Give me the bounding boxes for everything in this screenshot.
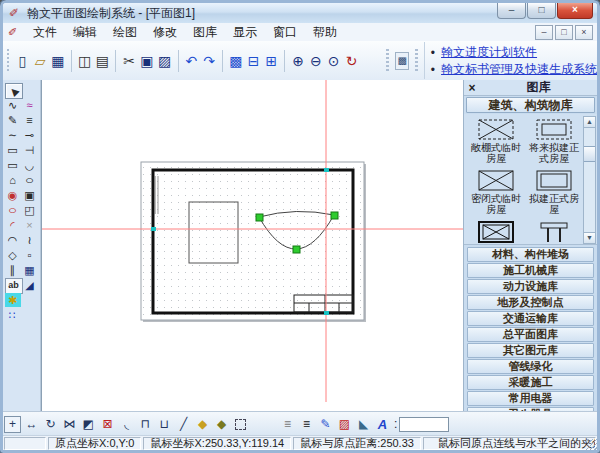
menu-modify[interactable]: 修改 bbox=[145, 23, 185, 42]
text-style-button[interactable]: A bbox=[374, 416, 391, 433]
category-terrain-control[interactable]: 地形及控制点 bbox=[467, 295, 594, 310]
move-button[interactable]: + bbox=[4, 416, 21, 433]
node-mark-button[interactable]: ⊠ bbox=[99, 416, 116, 433]
close-button[interactable]: × bbox=[557, 3, 593, 19]
red-arc-tool[interactable]: ◜ bbox=[5, 218, 21, 232]
category-site-plan[interactable]: 总平面图库 bbox=[467, 327, 594, 342]
category-other-elements[interactable]: 其它图元库 bbox=[467, 343, 594, 358]
gallery-scrollbar[interactable]: ▲ ▼ bbox=[583, 116, 596, 244]
category-construction-machinery[interactable]: 施工机械库 bbox=[467, 263, 594, 278]
parallel-tool[interactable]: ∥ bbox=[5, 263, 21, 277]
undo-button[interactable]: ↶ bbox=[183, 51, 199, 71]
frame-tool[interactable]: ▣ bbox=[22, 188, 38, 202]
rectangle-tool[interactable]: ▭ bbox=[5, 143, 21, 157]
red-ellipse-tool[interactable]: ○ bbox=[5, 203, 21, 217]
menu-library[interactable]: 图库 bbox=[185, 23, 225, 42]
category-transport[interactable]: 交通运输库 bbox=[467, 311, 594, 326]
print-button[interactable]: ▤ bbox=[94, 51, 110, 71]
pentagon-tool[interactable]: ⌂ bbox=[5, 173, 21, 187]
redo-button[interactable]: ↷ bbox=[201, 51, 217, 71]
circle-tool[interactable]: ◉ bbox=[5, 188, 21, 202]
maximize-button[interactable]: □ bbox=[527, 3, 556, 19]
menu-file[interactable]: 文件 bbox=[25, 23, 65, 42]
drawing-sheet[interactable] bbox=[141, 162, 364, 320]
category-heating[interactable]: 采暖施工 bbox=[467, 375, 594, 390]
gallery-item[interactable]: 密闭式临时房屋 bbox=[467, 165, 525, 216]
color-grid-tool[interactable]: ∷ bbox=[5, 308, 21, 322]
category-appliances[interactable]: 常用电器 bbox=[467, 391, 594, 406]
polygon-tool[interactable]: ◇ bbox=[5, 248, 21, 262]
mdi-close-button[interactable]: × bbox=[575, 25, 593, 40]
erase-tool[interactable]: × bbox=[22, 218, 38, 232]
mdi-minimize-button[interactable]: – bbox=[535, 25, 553, 40]
save-button[interactable]: ▦ bbox=[50, 51, 66, 71]
category-power-facilities[interactable]: 动力设施库 bbox=[467, 279, 594, 294]
mdi-restore-button[interactable]: □ bbox=[555, 25, 573, 40]
paste-button[interactable]: ▨ bbox=[157, 51, 173, 71]
menu-edit[interactable]: 编辑 bbox=[65, 23, 105, 42]
vertex-handle[interactable] bbox=[293, 246, 300, 253]
library-section-buildings[interactable]: 建筑、构筑物库 bbox=[466, 97, 595, 113]
category-pipeline-greening[interactable]: 管线绿化 bbox=[467, 359, 594, 374]
chamfer-button[interactable]: ⊓ bbox=[137, 416, 154, 433]
scroll-up-icon[interactable]: ▲ bbox=[584, 117, 595, 128]
sine-tool[interactable]: ∼ bbox=[5, 128, 21, 142]
link-bid-software[interactable]: 翰文标书管理及快速生成系统 bbox=[441, 61, 597, 78]
toolbar-grip[interactable] bbox=[415, 49, 417, 73]
spline-tool[interactable]: ≈ bbox=[22, 98, 38, 112]
menu-display[interactable]: 显示 bbox=[225, 23, 265, 42]
fill-pattern-button[interactable]: ▨ bbox=[336, 416, 353, 433]
zoom-in-button[interactable]: ⊕ bbox=[290, 51, 306, 71]
pencil-tool[interactable]: ✎ bbox=[5, 113, 21, 127]
menu-window[interactable]: 窗口 bbox=[265, 23, 305, 42]
line-width-button[interactable]: ≡ bbox=[298, 416, 315, 433]
cut-button[interactable]: ✂ bbox=[121, 51, 137, 71]
block-tool[interactable]: ◰ bbox=[22, 203, 38, 217]
fillet-button[interactable]: ◟ bbox=[118, 416, 135, 433]
viewport-tool[interactable]: ▫ bbox=[22, 248, 38, 262]
mirror-button[interactable]: ⋈ bbox=[61, 416, 78, 433]
minimize-button[interactable]: – bbox=[497, 3, 526, 19]
zoom-out-button[interactable]: ⊖ bbox=[308, 51, 324, 71]
vertex-handle[interactable] bbox=[256, 214, 263, 221]
polyline-tool[interactable]: ∿ bbox=[5, 98, 21, 112]
node-line-tool[interactable]: ⊸ bbox=[22, 128, 38, 142]
toolbar-grip[interactable] bbox=[386, 49, 388, 73]
library-panel-icon[interactable]: ▩ bbox=[395, 52, 410, 70]
runner-tool[interactable]: ✱ bbox=[5, 293, 21, 307]
fill-color-button[interactable]: ◣ bbox=[355, 416, 372, 433]
gallery-item[interactable] bbox=[467, 216, 525, 245]
command-input[interactable] bbox=[399, 417, 449, 432]
cascade-windows-button[interactable]: ▩ bbox=[228, 51, 244, 71]
grid-tool[interactable]: ▦ bbox=[22, 263, 38, 277]
region-select-button[interactable] bbox=[232, 416, 249, 433]
select-tool[interactable]: ▶ bbox=[5, 83, 23, 99]
category-material-yard[interactable]: 材料、构件堆场 bbox=[467, 247, 594, 262]
zoom-refresh-button[interactable]: ↻ bbox=[344, 51, 360, 71]
pen-style-button[interactable]: ✎ bbox=[317, 416, 334, 433]
hatch-style-button[interactable]: ≡ bbox=[279, 416, 296, 433]
link-schedule-software[interactable]: 翰文进度计划软件 bbox=[441, 44, 537, 61]
hatch-tool[interactable]: ≡ bbox=[22, 113, 38, 127]
stretch-button[interactable]: ↔ bbox=[23, 416, 40, 433]
ramp-tool[interactable]: ◢ bbox=[22, 278, 38, 292]
zoom-extents-button[interactable]: ⊙ bbox=[326, 51, 342, 71]
resize-grip[interactable] bbox=[585, 439, 597, 451]
tile-horizontal-button[interactable]: ⊟ bbox=[246, 51, 262, 71]
scroll-thumb[interactable] bbox=[584, 146, 595, 162]
drawing-canvas[interactable] bbox=[41, 80, 463, 411]
rounded-rect-tool[interactable]: ▭ bbox=[5, 158, 21, 172]
vertex-handle[interactable] bbox=[331, 212, 338, 219]
dimension-tool[interactable]: ⊣ bbox=[22, 143, 38, 157]
copy-button[interactable]: ▣ bbox=[139, 51, 155, 71]
ungroup-button[interactable]: ◆ bbox=[213, 416, 230, 433]
open-button[interactable]: ▱ bbox=[32, 51, 48, 71]
ellipse-tool[interactable]: ○ bbox=[22, 173, 38, 187]
gallery-item[interactable] bbox=[525, 216, 583, 245]
menu-help[interactable]: 帮助 bbox=[305, 23, 345, 42]
close-library-icon[interactable]: × bbox=[464, 81, 480, 95]
zigzag-tool[interactable]: ≀ bbox=[22, 233, 38, 247]
toolbar-grip[interactable] bbox=[7, 49, 9, 73]
scroll-down-icon[interactable]: ▼ bbox=[584, 232, 595, 243]
gallery-item[interactable]: 敞棚式临时房屋 bbox=[467, 114, 525, 165]
